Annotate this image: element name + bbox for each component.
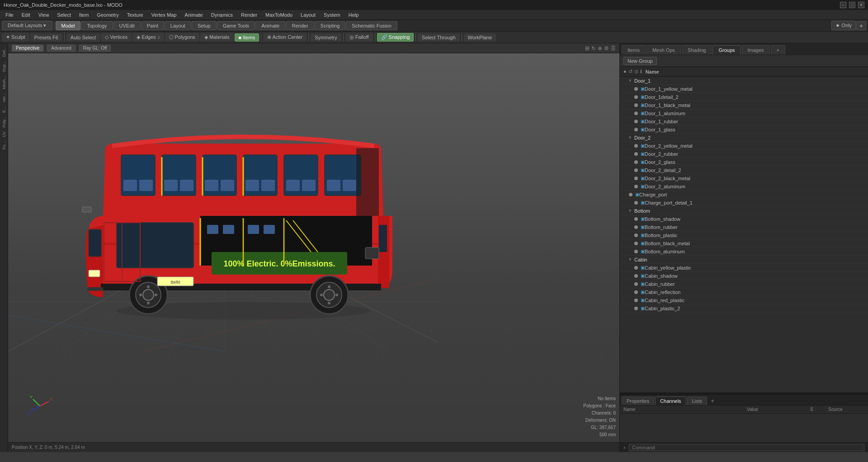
menu-vertex-map[interactable]: Vertex Map — [148, 11, 180, 19]
mode-tab-topology[interactable]: Topology — [81, 21, 113, 30]
list-item[interactable]: ▣ Bottom_black_metal — [620, 239, 868, 247]
list-item[interactable]: ▾ Bottom — [620, 207, 868, 215]
list-item[interactable]: ▾ Door_1 — [620, 77, 868, 85]
list-item-expand[interactable]: ▾ — [629, 135, 634, 140]
menu-system[interactable]: System — [320, 11, 344, 19]
presets-btn[interactable]: Presets F6 — [30, 33, 62, 42]
workplane-btn[interactable]: WorkPlane — [464, 33, 496, 42]
list-item[interactable]: ▣ Charge_port_detail_1 — [620, 199, 868, 207]
menu-render[interactable]: Render — [237, 11, 261, 19]
bottom-tab-add[interactable]: + — [708, 397, 717, 405]
menu-select[interactable]: Select — [53, 11, 75, 19]
mode-tab-render[interactable]: Render — [286, 21, 314, 30]
list-icon-refresh[interactable]: ↺ — [628, 69, 632, 75]
list-item[interactable]: ▣ Cabin_shadow — [620, 272, 868, 280]
menu-dynamics[interactable]: Dynamics — [208, 11, 236, 19]
action-center-btn[interactable]: ⊕ Action Center — [263, 33, 307, 42]
mode-tab-model[interactable]: Model — [56, 21, 81, 30]
list-item[interactable]: ▣ Door_1_black_metal — [620, 101, 868, 109]
close-button[interactable]: ✕ — [858, 2, 864, 8]
falloff-btn[interactable]: ◎ Falloff — [345, 33, 373, 42]
mode-tab-uvedit[interactable]: UVEdit — [113, 21, 141, 30]
left-sidebar-tab[interactable]: Dup... — [1, 59, 7, 74]
minimize-button[interactable]: – — [840, 2, 846, 8]
list-item[interactable]: ▣ Cabin_yellow_plastic — [620, 264, 868, 272]
menu-item[interactable]: Item — [75, 11, 92, 19]
list-item[interactable]: ▣ Door_2_rubber — [620, 150, 868, 158]
menu-animate[interactable]: Animate — [181, 11, 206, 19]
list-item-expand[interactable]: ▾ — [629, 208, 634, 214]
list-item[interactable]: ▣ Door_2_detail_2 — [620, 166, 868, 174]
polygons-btn[interactable]: ⬡ Polygons — [165, 33, 199, 42]
mode-tab-paint[interactable]: Paint — [141, 21, 164, 30]
left-sidebar-tab[interactable]: Fu... — [1, 140, 7, 151]
panel-tab-mesh-ops[interactable]: Mesh Ops — [646, 45, 681, 55]
menu-layout[interactable]: Layout — [297, 11, 319, 19]
vertices-btn[interactable]: ◇ Vertices — [101, 33, 132, 42]
list-item[interactable]: ▣ Bottom_shadow — [620, 215, 868, 223]
menu-texture[interactable]: Texture — [123, 11, 147, 19]
list-item[interactable]: ▣ Door_1_aluminum — [620, 109, 868, 117]
list-item[interactable]: ▣ Bottom_rubber — [620, 223, 868, 231]
list-item[interactable]: ▣ Door_2_yellow_metal — [620, 142, 868, 150]
layout-dropdown[interactable]: Default Layouts ▾ — [2, 21, 52, 30]
mode-tab-animate[interactable]: Animate — [255, 21, 285, 30]
list-item[interactable]: ▣ Door_1_yellow_metal — [620, 85, 868, 93]
command-input[interactable] — [629, 444, 864, 451]
left-sidebar-tab[interactable]: Ver... — [1, 91, 7, 104]
viewport-icon-settings[interactable]: ⚙ — [604, 45, 609, 51]
list-item[interactable]: ▣ Cabin_red_plastic — [620, 296, 868, 304]
left-sidebar-tab[interactable]: Mesh... — [1, 74, 7, 91]
mode-tab-setup[interactable]: Setup — [192, 21, 217, 30]
list-item[interactable]: ▣ Bottom_plastic — [620, 231, 868, 239]
menu-maxtomodo[interactable]: MaxToModo — [262, 11, 296, 19]
symmetry-btn[interactable]: Symmetry — [311, 33, 341, 42]
list-item[interactable]: ▣ Door_1_glass — [620, 126, 868, 134]
viewport-icon-grid[interactable]: ⊞ — [585, 45, 590, 51]
star-button[interactable]: ★ Only — [831, 21, 856, 30]
list-item[interactable]: ▾ Cabin — [620, 256, 868, 264]
panel-tab-items[interactable]: Items — [622, 45, 646, 55]
left-sidebar-tab[interactable]: UV — [1, 130, 7, 139]
viewport-icon-zoom[interactable]: ⊕ — [598, 45, 602, 51]
perspective-btn[interactable]: Perspective — [12, 45, 43, 51]
menu-geometry[interactable]: Geometry — [93, 11, 122, 19]
list-icon-info[interactable]: ℹ — [640, 69, 642, 75]
bottom-tab-lists[interactable]: Lists — [687, 397, 708, 405]
list-item-expand[interactable]: ▾ — [629, 257, 634, 262]
viewport-3d[interactable]: 100% Electric. 0%Emissions. — [8, 53, 619, 442]
list-item[interactable]: ▣ Cabin_plastic_2 — [620, 304, 868, 313]
ray-gl-btn[interactable]: Ray GL: Off — [79, 45, 111, 51]
left-sidebar-tab[interactable]: Poly... — [1, 115, 7, 129]
menu-view[interactable]: View — [35, 11, 53, 19]
bottom-tab-channels[interactable]: Channels — [655, 397, 686, 405]
menu-help[interactable]: Help — [345, 11, 363, 19]
mode-tab-schematic-fusion[interactable]: Schematic Fusion — [346, 21, 397, 30]
edges-btn[interactable]: ◈ Edges2 — [132, 33, 164, 42]
sculpt-btn[interactable]: ✦ Sculpt — [2, 33, 29, 42]
advanced-btn[interactable]: Advanced — [47, 45, 75, 51]
bottom-tab-properties[interactable]: Properties — [622, 397, 654, 405]
new-group-button[interactable]: New Group — [623, 57, 657, 65]
viewport-icon-orbit[interactable]: ↻ — [591, 45, 596, 51]
items-btn[interactable]: ■ Items — [235, 33, 259, 42]
list-item[interactable]: ▣ Door_2_black_metal — [620, 174, 868, 182]
left-sidebar-tab[interactable]: Def... — [1, 45, 7, 59]
list-item[interactable]: ▣ Bottom_aluminum — [620, 247, 868, 256]
maximize-button[interactable]: □ — [849, 2, 855, 8]
list-item[interactable]: ▣ Charge_port — [620, 191, 868, 199]
select-through-btn[interactable]: Select Through — [418, 33, 459, 42]
menu-file[interactable]: File — [2, 11, 17, 19]
snapping-btn[interactable]: 🔗 Snapping — [377, 33, 414, 42]
mode-tab-scripting[interactable]: Scripting — [315, 21, 346, 30]
list-item[interactable]: ▣ Door_2_aluminum — [620, 182, 868, 191]
panel-tab-shading[interactable]: Shading — [682, 45, 712, 55]
list-icon-eye[interactable]: ● — [623, 69, 627, 75]
add-tab-button[interactable]: + — [856, 21, 866, 30]
list-item-expand[interactable]: ▾ — [629, 78, 634, 84]
groups-list[interactable]: ▾ Door_1▣ Door_1_yellow_metal▣ Door_1det… — [620, 77, 868, 392]
list-item[interactable]: ▣ Door_1_rubber — [620, 117, 868, 126]
panel-tab-images[interactable]: Images — [742, 45, 770, 55]
menu-edit[interactable]: Edit — [18, 11, 34, 19]
auto-select-btn[interactable]: Auto Select — [66, 33, 100, 42]
